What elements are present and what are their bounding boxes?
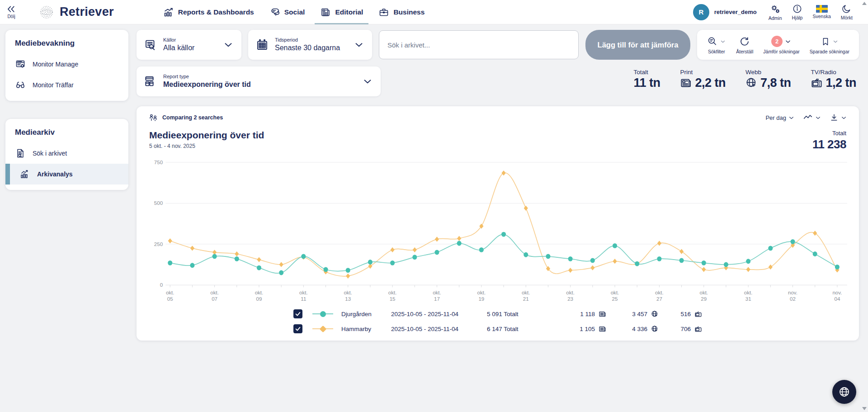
svg-text:okt.: okt. <box>344 290 352 295</box>
exposure-line-chart[interactable]: 0250500750okt.05okt.07okt.09okt.11okt.13… <box>148 152 847 308</box>
svg-text:27: 27 <box>656 296 662 302</box>
business-icon <box>378 7 389 18</box>
globe-fab-button[interactable] <box>832 380 856 404</box>
svg-text:25: 25 <box>612 296 618 302</box>
svg-text:okt.: okt. <box>255 290 264 295</box>
svg-text:okt.: okt. <box>299 290 308 295</box>
saved-searches-button[interactable]: Sparade sökningar <box>805 35 854 54</box>
collapse-sidebar-button[interactable]: Dölj <box>4 4 19 20</box>
sidebar-section-mediearkiv: Mediearkiv Sök i arkivet <box>5 119 128 190</box>
stat-value: 2,2 tn <box>695 76 726 90</box>
archive-search-input[interactable] <box>379 30 579 59</box>
series-print-count: 1 118 <box>554 310 606 318</box>
svg-text:02: 02 <box>790 296 796 302</box>
swedish-flag-icon <box>816 5 828 13</box>
globe-icon <box>651 325 659 333</box>
editorial-icon <box>320 7 331 18</box>
search-tools: Sökfilter Återställ 2 <box>697 30 859 60</box>
chart-date-range: 5 okt. - 4 nov. 2025 <box>149 143 264 149</box>
archive-analysis-icon <box>19 169 30 180</box>
stat-value: 7,8 tn <box>760 76 791 90</box>
nav-tab-reports-dashboards[interactable]: Reports & Dashboards <box>156 0 262 24</box>
search-filter-button[interactable]: Sökfilter <box>702 35 731 54</box>
chart-type-dropdown[interactable] <box>803 113 821 123</box>
stat-tv-radio: TV/Radio 1,2 tn <box>811 69 856 90</box>
series-checkbox[interactable] <box>293 309 302 318</box>
series-checkbox[interactable] <box>293 324 302 333</box>
svg-text:31: 31 <box>745 296 751 302</box>
chevron-down-icon <box>815 114 821 121</box>
sources-dropdown[interactable]: Källor Alla källor <box>137 30 241 60</box>
svg-text:okt.: okt. <box>433 290 441 295</box>
report-type-dropdown[interactable]: Report type Medieexponering över tid <box>137 66 381 96</box>
scroll-up-arrow-icon[interactable] <box>862 2 867 5</box>
dark-mode-button[interactable]: Mörkt <box>841 4 853 20</box>
brand-logo[interactable]: Retriever <box>38 4 114 21</box>
username: retriever_demo <box>714 9 757 15</box>
series-name: Hammarby <box>338 326 391 332</box>
nav-tab-social[interactable]: Social <box>262 0 313 24</box>
nav-tab-editorial[interactable]: Editorial <box>312 0 371 24</box>
monitor-manage-icon <box>15 59 26 70</box>
series-total: 6 147 Totalt <box>487 326 554 332</box>
sidebar-item-arkivanalys[interactable]: Arkivanalys <box>5 164 128 185</box>
svg-text:okt.: okt. <box>210 290 219 295</box>
svg-text:nov.: nov. <box>788 290 797 295</box>
sources-label: Källor <box>163 37 194 43</box>
svg-text:23: 23 <box>567 296 573 302</box>
chevron-down-icon <box>784 38 792 45</box>
legend-row-djurgarden: Djurgården 2025-10-05 - 2025-11-04 5 091… <box>293 309 702 318</box>
reports-icon <box>163 7 174 18</box>
scroll-down-arrow-icon[interactable] <box>862 407 867 410</box>
tool-label: Sparade sökningar <box>810 49 849 54</box>
svg-text:17: 17 <box>434 296 440 302</box>
help-button[interactable]: Hjälp <box>792 4 803 20</box>
sidebar-item-monitor-manage[interactable]: Monitor Manage <box>5 54 128 75</box>
tv-icon <box>811 77 823 89</box>
add-to-compare-button[interactable]: Lägg till för att jämföra <box>585 30 691 60</box>
tool-label: Sökfilter <box>708 49 725 54</box>
series-web-count: 3 457 <box>606 310 659 318</box>
action-label: Hjälp <box>792 15 803 20</box>
chart-total-label: Totalt <box>812 130 846 137</box>
top-navigation: Reports & Dashboards Social <box>156 0 433 24</box>
sidebar: Mediebevakning Monitor Manage <box>0 24 132 341</box>
user-menu[interactable]: R retriever_demo <box>693 4 757 20</box>
calendar-icon <box>255 38 269 52</box>
language-button[interactable]: Svenska <box>812 5 830 19</box>
sidebar-item-label: Monitor Träffar <box>33 81 74 89</box>
report-type-label: Report type <box>163 74 251 80</box>
chevron-down-icon <box>720 38 726 45</box>
period-dropdown[interactable]: Tidsperiod Senaste 30 dagarna <box>248 30 372 60</box>
sources-value: Alla källor <box>163 43 194 52</box>
social-icon <box>269 7 280 18</box>
sidebar-item-sok-i-arkivet[interactable]: Sök i arkivet <box>5 143 128 164</box>
sidebar-item-monitor-traffar[interactable]: Monitor Träffar <box>5 75 128 95</box>
reset-button[interactable]: Återställ <box>731 35 758 54</box>
series-swatch <box>308 328 338 329</box>
svg-text:750: 750 <box>154 160 163 165</box>
page-scrollbar[interactable] <box>860 0 868 412</box>
admin-button[interactable]: Admin <box>769 4 782 21</box>
section-title: Mediebevakning <box>5 39 128 48</box>
binoculars-icon <box>15 80 26 90</box>
chart-total-value: 11 238 <box>812 137 846 152</box>
section-title: Mediearkiv <box>5 128 128 137</box>
stat-totalt: Totalt 11 tn <box>633 69 660 90</box>
download-dropdown[interactable] <box>830 113 847 122</box>
granularity-dropdown[interactable]: Per dag <box>765 114 795 121</box>
series-period: 2025-10-05 - 2025-11-04 <box>391 311 487 317</box>
media-stats: Totalt 11 tn Print <box>633 66 856 90</box>
svg-text:250: 250 <box>154 242 163 247</box>
nav-tab-business[interactable]: Business <box>371 0 432 24</box>
stat-value: 11 tn <box>633 76 660 90</box>
newspaper-icon <box>599 325 606 333</box>
gears-icon <box>770 4 781 14</box>
stat-label: Totalt <box>633 69 660 76</box>
svg-text:okt.: okt. <box>744 290 753 295</box>
svg-text:okt.: okt. <box>477 290 486 295</box>
svg-text:500: 500 <box>154 200 163 206</box>
compare-searches-button[interactable]: 2 Jämför sökningar <box>758 35 805 54</box>
search-filter-icon <box>707 36 718 47</box>
svg-text:0: 0 <box>160 282 163 288</box>
